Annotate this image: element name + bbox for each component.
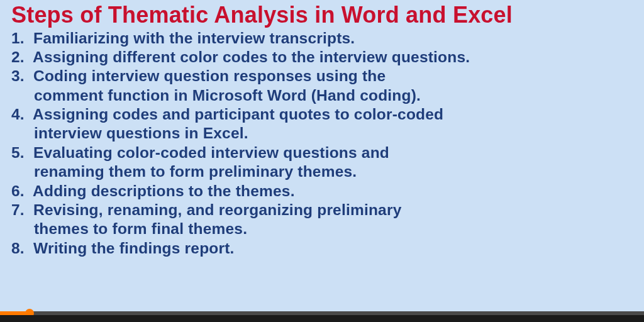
step-text-cont: themes to form final themes. <box>11 219 633 238</box>
step-text: Familiarizing with the interview transcr… <box>33 30 355 47</box>
step-7: 7. Revising, renaming, and reorganizing … <box>11 201 633 239</box>
video-controls-strip <box>0 315 644 322</box>
slide-content: Steps of Thematic Analysis in Word and E… <box>0 0 644 258</box>
step-2: 2. Assigning different color codes to th… <box>11 48 633 67</box>
step-number: 1. <box>11 29 29 48</box>
step-5: 5. Evaluating color-coded interview ques… <box>11 143 633 182</box>
step-6: 6. Adding descriptions to the themes. <box>11 182 633 201</box>
step-text: Evaluating color-coded interview questio… <box>33 144 389 161</box>
step-number: 8. <box>11 239 29 258</box>
step-3: 3. Coding interview question responses u… <box>11 67 633 105</box>
step-text-cont: renaming them to form preliminary themes… <box>11 162 633 181</box>
step-number: 7. <box>11 201 29 219</box>
step-number: 3. <box>11 67 29 86</box>
step-number: 6. <box>11 182 29 201</box>
step-number: 4. <box>11 105 29 124</box>
slide-title: Steps of Thematic Analysis in Word and E… <box>11 3 633 28</box>
step-text: Revising, renaming, and reorganizing pre… <box>33 201 401 218</box>
step-text: Assigning different color codes to the i… <box>33 48 470 65</box>
step-text: Writing the findings report. <box>33 240 235 257</box>
step-number: 5. <box>11 143 29 162</box>
step-8: 8. Writing the findings report. <box>11 239 633 258</box>
step-text: Adding descriptions to the themes. <box>33 182 295 199</box>
step-text-cont: comment function in Microsoft Word (Hand… <box>11 86 633 105</box>
step-number: 2. <box>11 48 29 67</box>
step-4: 4. Assigning codes and participant quote… <box>11 105 633 143</box>
step-text: Coding interview question responses usin… <box>33 67 386 84</box>
step-text: Assigning codes and participant quotes t… <box>33 106 443 123</box>
step-text-cont: interview questions in Excel. <box>11 124 633 143</box>
step-1: 1. Familiarizing with the interview tran… <box>11 29 633 48</box>
